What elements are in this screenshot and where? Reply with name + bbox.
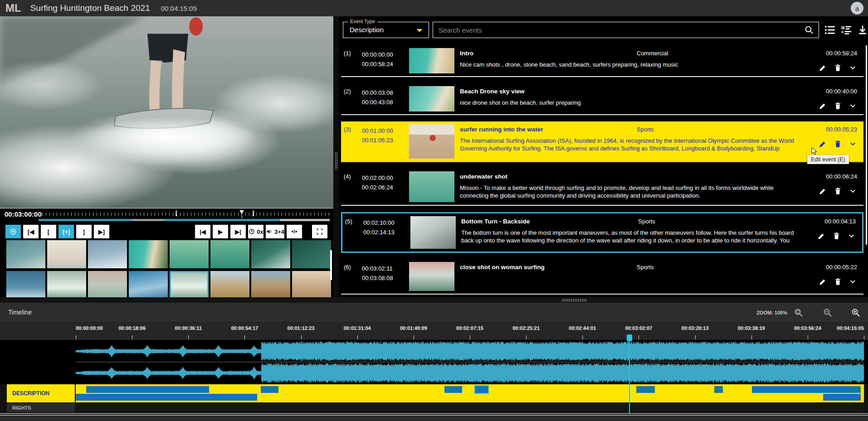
timeline-ruler[interactable]: 00:00:00:0000:00:18:0600:00:36:1100:00:5… (0, 323, 868, 340)
filmstrip-thumbnail[interactable] (129, 240, 168, 268)
description-track[interactable] (76, 384, 864, 402)
video-viewport[interactable] (0, 16, 333, 208)
edit-event-button[interactable] (817, 232, 826, 240)
event-thumbnail[interactable] (409, 86, 454, 111)
filmstrip-thumbnail[interactable] (210, 271, 249, 299)
event-thumbnail[interactable] (410, 216, 456, 249)
button-glyph: [◀ (28, 228, 34, 235)
play-button[interactable]: ▶ (213, 225, 228, 238)
goto-in-button[interactable]: [◀ (23, 225, 39, 238)
timeline-playhead[interactable] (629, 335, 630, 413)
shuttle-button[interactable] (287, 225, 302, 238)
out-point-marker[interactable]: ] (252, 209, 254, 216)
expand-event-button[interactable] (848, 140, 857, 148)
timeline-event-segment[interactable] (475, 386, 488, 393)
fullscreen-button[interactable] (312, 225, 327, 238)
filmstrip-thumbnail[interactable] (170, 271, 209, 299)
event-row[interactable]: (2)00:00:03:0800:00:43:08Beach Drone sky… (341, 83, 863, 115)
edit-event-button[interactable] (819, 140, 827, 148)
timeline-panel: Timeline ZOOM: 100% 00:00:00:0000:00:18:… (0, 303, 868, 421)
timeline-playhead-handle[interactable] (627, 334, 632, 341)
timeline-event-segment[interactable] (86, 386, 209, 393)
search-input[interactable] (433, 22, 819, 38)
event-end-timecode: 00:02:14:13 (363, 227, 395, 237)
delete-event-button[interactable] (834, 277, 842, 286)
filmstrip-thumbnail[interactable] (292, 240, 331, 268)
delete-event-button[interactable] (834, 63, 842, 72)
event-thumbnail[interactable] (409, 262, 454, 291)
search-icon[interactable] (805, 25, 814, 35)
goto-out-button[interactable]: ▶] (94, 225, 109, 238)
filmstrip-thumbnail[interactable] (129, 271, 168, 299)
download-icon[interactable] (857, 24, 868, 35)
set-out-button[interactable]: ] (76, 225, 92, 238)
event-start-timecode: 00:00:03:08 (362, 88, 393, 97)
event-type-dropdown[interactable]: Event Type Description (343, 22, 429, 38)
event-row[interactable]: (4)00:02:00:0000:02:06:24underwater shot… (341, 169, 863, 206)
edit-event-button[interactable] (819, 277, 827, 286)
event-thumbnail[interactable] (409, 124, 454, 159)
next-frame-button[interactable]: ▶| (230, 225, 246, 238)
delete-event-button[interactable] (834, 187, 842, 195)
event-panel: Event Type Description (1)00:00:00:0000:… (339, 16, 868, 297)
detail-view-icon[interactable] (841, 24, 852, 35)
expand-event-button[interactable] (848, 102, 857, 110)
prev-frame-button[interactable]: |◀ (195, 225, 210, 238)
filmstrip-thumbnail[interactable] (292, 271, 331, 299)
filmstrip-thumbnail[interactable] (88, 240, 127, 268)
expand-event-button[interactable] (847, 232, 856, 240)
event-row[interactable]: (5)00:02:10:0000:02:14:13Bottom Turn - B… (341, 212, 863, 253)
audio-tracks-button[interactable]: 3+4 (266, 225, 284, 238)
delete-event-button[interactable] (832, 232, 841, 240)
add-marker-button[interactable]: [+] (59, 225, 74, 238)
set-in-button[interactable]: [ (41, 225, 56, 238)
ruler-tick (808, 335, 808, 339)
list-view-icon[interactable] (824, 24, 835, 35)
filmstrip-thumbnail[interactable] (170, 240, 209, 268)
audio-waveform[interactable] (76, 340, 864, 384)
event-row[interactable]: (1)00:00:00:0000:00:58:24Intro00:00:58:2… (341, 45, 863, 77)
edit-event-button[interactable] (819, 102, 827, 110)
in-point-marker[interactable]: [ (176, 209, 177, 216)
event-row[interactable]: (6)00:03:02:1100:03:08:08close shot on w… (341, 259, 863, 295)
timeline-event-segment[interactable] (714, 386, 723, 393)
expand-event-button[interactable] (848, 63, 857, 72)
player-timecode: 00:03:00:00 (5, 210, 42, 218)
event-row[interactable]: (3)00:01:00:0000:01:05:23surfer running … (341, 121, 863, 162)
expand-event-button[interactable] (848, 277, 857, 286)
add-event-button[interactable] (5, 225, 21, 238)
speed-button[interactable]: 0x (248, 225, 263, 238)
rights-track[interactable] (76, 403, 864, 412)
event-list-scrollbar[interactable] (866, 45, 867, 245)
delete-event-button[interactable] (834, 140, 842, 148)
event-thumbnail[interactable] (409, 48, 454, 73)
delete-event-button[interactable] (834, 102, 842, 110)
vertical-splitter[interactable] (333, 16, 339, 297)
timeline-event-segment[interactable] (636, 386, 655, 393)
zoom-in-icon[interactable] (851, 308, 861, 318)
player-progress-bar[interactable] (39, 219, 330, 221)
expand-event-button[interactable] (848, 187, 857, 195)
filmstrip-thumbnail[interactable] (47, 271, 86, 299)
filmstrip-thumbnail[interactable] (6, 240, 45, 268)
timeline-event-segment[interactable] (76, 394, 257, 401)
filmstrip-thumbnail[interactable] (88, 271, 127, 299)
filmstrip-thumbnail[interactable] (47, 240, 86, 268)
edit-event-button[interactable] (819, 187, 827, 195)
zoom-out-icon[interactable] (823, 308, 833, 318)
timeline-event-segment[interactable] (752, 386, 861, 393)
filmstrip-thumbnail[interactable] (251, 240, 290, 268)
timeline-event-segment[interactable] (823, 394, 861, 401)
filmstrip-thumbnail[interactable] (210, 240, 249, 268)
edit-event-button[interactable] (819, 63, 827, 72)
horizontal-splitter[interactable] (0, 297, 868, 303)
timeline-event-segment[interactable] (444, 386, 462, 393)
event-thumbnail[interactable] (409, 171, 454, 202)
timeline-event-segment[interactable] (261, 386, 278, 393)
player-tick-ruler[interactable]: [] (39, 211, 330, 217)
user-avatar[interactable]: a (851, 2, 863, 15)
filmstrip-scrollbar[interactable] (330, 250, 332, 280)
filmstrip-thumbnail[interactable] (251, 271, 290, 299)
filmstrip-thumbnail[interactable] (6, 271, 45, 299)
zoom-reset-icon[interactable] (794, 308, 804, 318)
